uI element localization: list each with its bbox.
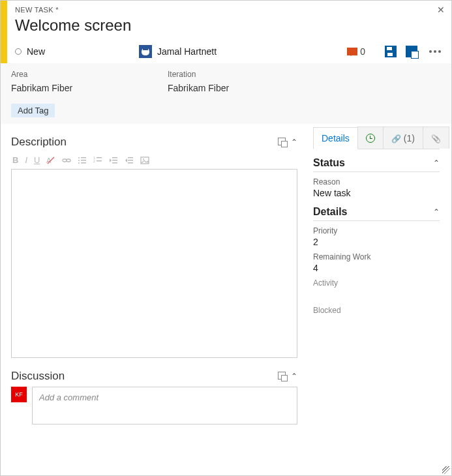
close-button[interactable]: ✕: [437, 5, 445, 15]
type-accent-bar: [1, 1, 7, 63]
svg-point-23: [143, 158, 144, 160]
tab-history[interactable]: [357, 126, 384, 149]
header: NEW TASK * Welcome screen New Jamal Hart…: [1, 1, 451, 63]
comment-icon: [347, 48, 357, 55]
svg-point-4: [78, 157, 80, 158]
svg-rect-13: [97, 160, 102, 162]
activity-label[interactable]: Activity: [313, 278, 440, 288]
breadcrumb: NEW TASK *: [15, 6, 444, 14]
description-heading: Description: [11, 136, 67, 149]
svg-text:2: 2: [93, 159, 95, 163]
svg-rect-16: [112, 160, 117, 161]
save-and-close-button[interactable]: [406, 46, 417, 57]
svg-rect-15: [112, 157, 117, 158]
indent-button[interactable]: [125, 156, 134, 165]
comments-button[interactable]: 0: [347, 46, 365, 57]
comment-count: 0: [360, 46, 365, 57]
reason-value[interactable]: New task: [313, 188, 440, 198]
link-icon: [391, 133, 401, 143]
current-user-avatar: KF: [11, 387, 27, 402]
description-editor[interactable]: [11, 169, 297, 358]
image-button[interactable]: [140, 156, 149, 165]
area-label: Area: [11, 70, 142, 79]
classification-fields: Area Fabrikam Fiber Iteration Fabrikam F…: [1, 63, 451, 100]
bullet-list-button[interactable]: [78, 156, 87, 165]
more-actions-button[interactable]: [427, 48, 444, 55]
collapse-discussion-button[interactable]: ⌃: [291, 372, 297, 381]
svg-rect-11: [97, 157, 102, 158]
status-section-title: Status: [313, 157, 345, 169]
discussion-heading: Discussion: [11, 370, 65, 383]
remaining-work-value[interactable]: 4: [313, 263, 440, 273]
fullscreen-discussion-icon[interactable]: [278, 372, 286, 379]
iteration-label: Iteration: [168, 70, 298, 79]
side-panel: Details (1) Status ⌃ Reason New task Det…: [308, 124, 451, 475]
tab-links[interactable]: (1): [383, 126, 423, 149]
state-dot-icon: [15, 48, 22, 55]
resize-handle[interactable]: [442, 466, 450, 474]
svg-rect-21: [128, 162, 133, 164]
svg-rect-19: [128, 157, 133, 158]
outdent-button[interactable]: [109, 156, 118, 165]
svg-rect-9: [81, 162, 86, 164]
tag-row: Add Tag: [1, 100, 451, 124]
state-value: New: [27, 46, 45, 57]
iteration-value[interactable]: Fabrikam Fiber: [168, 83, 298, 93]
priority-value[interactable]: 2: [313, 237, 440, 247]
fullscreen-icon[interactable]: [278, 138, 286, 145]
svg-point-6: [78, 160, 80, 161]
numbered-list-button[interactable]: 12: [93, 156, 102, 165]
priority-label: Priority: [313, 226, 440, 235]
italic-button[interactable]: I: [25, 155, 27, 165]
remaining-work-label: Remaining Work: [313, 252, 440, 261]
header-tools: [385, 46, 444, 57]
svg-point-8: [78, 162, 80, 164]
state-field[interactable]: New: [15, 46, 139, 57]
comment-input[interactable]: Add a comment: [32, 387, 297, 424]
collapse-description-button[interactable]: ⌃: [291, 138, 297, 147]
svg-rect-3: [67, 159, 70, 162]
avatar-icon: [139, 45, 152, 58]
link-button[interactable]: [62, 156, 71, 165]
main-column: Description ⌃ B I U A 12: [1, 124, 308, 475]
underline-button[interactable]: U: [34, 155, 40, 165]
add-tag-button[interactable]: Add Tag: [11, 104, 55, 117]
tab-details[interactable]: Details: [313, 127, 358, 149]
svg-rect-17: [112, 162, 117, 164]
work-item-title[interactable]: Welcome screen: [15, 16, 444, 35]
collapse-status-button[interactable]: ⌃: [433, 158, 440, 168]
save-button[interactable]: [385, 46, 397, 57]
svg-marker-18: [125, 158, 127, 162]
svg-rect-5: [81, 157, 86, 158]
work-item-dialog: ✕ NEW TASK * Welcome screen New Jamal Ha…: [0, 0, 452, 476]
reason-label: Reason: [313, 177, 440, 186]
collapse-details-button[interactable]: ⌃: [433, 207, 440, 216]
svg-marker-14: [110, 158, 112, 162]
side-tabs: Details (1): [313, 126, 440, 149]
assignee-name: Jamal Hartnett: [157, 46, 217, 57]
details-section-title: Details: [313, 206, 347, 218]
attachment-icon: [431, 133, 441, 143]
rich-text-toolbar: B I U A 12: [11, 153, 297, 168]
area-value[interactable]: Fabrikam Fiber: [11, 83, 142, 93]
blocked-label[interactable]: Blocked: [313, 306, 440, 315]
svg-rect-7: [81, 160, 86, 161]
clear-format-button[interactable]: A: [46, 156, 55, 165]
svg-rect-20: [128, 160, 133, 161]
assignee-field[interactable]: Jamal Hartnett: [139, 45, 347, 58]
history-icon: [366, 134, 375, 143]
svg-rect-2: [63, 159, 67, 162]
bold-button[interactable]: B: [12, 155, 18, 165]
tab-attachments[interactable]: [423, 126, 449, 149]
